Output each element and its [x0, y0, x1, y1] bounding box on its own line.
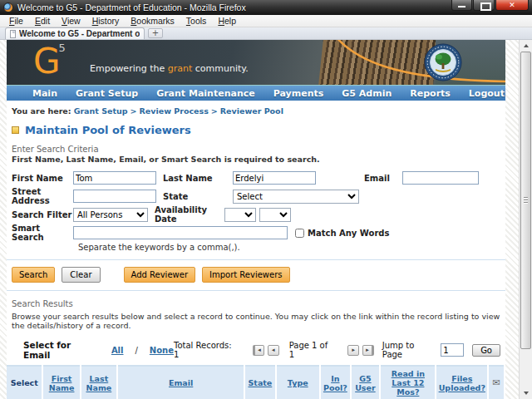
nav-payments[interactable]: Payments — [264, 88, 333, 99]
menu-bookmarks[interactable]: Bookmarks — [125, 15, 180, 27]
prev-page-button[interactable]: ◄ — [268, 345, 279, 356]
pagination-top: Total Records: 1 ◄ ◄ Page 1 of 1 ► ► Jum… — [174, 341, 500, 359]
g5-logo: G5 — [33, 42, 66, 81]
criteria-heading: Enter Search Criteria — [12, 145, 505, 154]
close-button[interactable] — [495, 0, 529, 11]
menu-tools[interactable]: Tools — [180, 15, 213, 27]
breadcrumb-separator: > — [128, 106, 140, 116]
firefox-icon — [3, 2, 13, 12]
minimize-button[interactable] — [451, 0, 472, 11]
street-address-label: Street Address — [7, 187, 73, 205]
street-address-input[interactable] — [73, 190, 156, 203]
col-email[interactable]: Email — [169, 378, 193, 387]
page-title: Maintain Pool of Reviewers — [25, 124, 191, 136]
tagline-post: community. — [192, 63, 248, 74]
maximize-button[interactable] — [473, 0, 495, 11]
last-name-label: Last Name — [163, 174, 233, 183]
breadcrumb-review-process[interactable]: Review Process — [140, 106, 209, 116]
scrollbar-down-icon[interactable] — [520, 387, 532, 398]
divider — [7, 259, 505, 260]
search-button[interactable]: Search — [12, 267, 55, 283]
go-button[interactable]: Go — [472, 344, 500, 357]
smart-search-input[interactable] — [73, 226, 288, 239]
banner-tagline: Empowering the grant community. — [90, 63, 249, 74]
col-type[interactable]: Type — [288, 378, 308, 387]
col-select: Select — [11, 378, 38, 387]
envelope-icon: ✉ — [492, 377, 500, 388]
col-state[interactable]: State — [249, 378, 273, 387]
page-icon — [10, 30, 16, 38]
import-reviewers-button[interactable]: Import Reviewers — [202, 267, 290, 283]
menu-history[interactable]: History — [86, 15, 126, 27]
main-navigation: Main Grant Setup Grant Maintenance Payme… — [7, 85, 505, 101]
col-in-pool[interactable]: In Pool? — [323, 374, 347, 392]
match-any-words-checkbox[interactable] — [295, 229, 304, 238]
col-first-name[interactable]: First Name — [49, 374, 75, 392]
jump-to-page-label: Jump to Page — [382, 341, 436, 359]
select-none-link[interactable]: None — [150, 346, 174, 355]
results-heading: Search Results — [12, 299, 505, 308]
tab-bar: Welcome to G5 - Department of Edu... + — [0, 27, 532, 40]
scrollbar-thumb[interactable] — [520, 52, 531, 349]
menu-view[interactable]: View — [56, 15, 86, 27]
col-g5-user[interactable]: G5 User — [355, 374, 376, 392]
menu-bar: File Edit View History Bookmarks Tools H… — [0, 15, 532, 27]
vertical-scrollbar[interactable] — [519, 40, 532, 399]
menu-file[interactable]: File — [3, 15, 29, 27]
g5-banner: G5 Empowering the grant community. — [7, 40, 505, 85]
scrollbar-up-icon[interactable] — [520, 41, 532, 52]
tab-title: Welcome to G5 - Department of Edu... — [19, 29, 140, 38]
nav-grant-setup[interactable]: Grant Setup — [66, 88, 147, 99]
nav-grant-maintenance[interactable]: Grant Maintenance — [147, 88, 264, 99]
col-last-name[interactable]: Last Name — [86, 374, 112, 392]
page-indicator: Page 1 of 1 — [289, 341, 335, 359]
page-background: G5 Empowering the grant community. Mai — [0, 40, 519, 399]
smart-search-hint: Separate the keywords by a comma(,). — [78, 243, 505, 252]
tagline-pre: Empowering the — [90, 63, 168, 74]
window-titlebar[interactable]: Welcome to G5 - Department of Education … — [0, 0, 532, 15]
menu-edit[interactable]: Edit — [29, 15, 56, 27]
availability-month-select[interactable] — [224, 208, 256, 222]
first-name-label: First Name — [7, 174, 73, 183]
email-label: Email — [364, 174, 402, 183]
jump-to-page-input[interactable] — [441, 343, 464, 357]
select-all-link[interactable]: All — [111, 346, 124, 355]
tagline-accent: grant — [168, 63, 193, 74]
new-tab-button[interactable]: + — [148, 28, 163, 38]
nav-reports[interactable]: Reports — [401, 88, 460, 99]
select-for-email-label: Select for Email — [23, 340, 100, 360]
last-page-button[interactable]: ► — [362, 345, 374, 356]
add-reviewer-button[interactable]: Add Reviewer — [124, 267, 195, 283]
breadcrumb: You are here: Grant Setup>Review Process… — [7, 101, 505, 116]
total-records-label: Total Records: 1 — [174, 341, 238, 359]
tab-welcome-g5[interactable]: Welcome to G5 - Department of Edu... — [5, 27, 145, 39]
g5-logo-g: G — [33, 41, 61, 81]
search-filter-select[interactable]: All Persons — [73, 208, 148, 222]
col-files-uploaded[interactable]: Files Uploaded? — [439, 374, 485, 392]
next-page-button[interactable]: ► — [347, 345, 359, 356]
match-any-words-label: Match Any Words — [308, 229, 389, 238]
clear-button[interactable]: Clear — [62, 267, 100, 283]
breadcrumb-separator: > — [209, 106, 220, 116]
email-input[interactable] — [402, 171, 479, 185]
smart-search-label: Smart Search — [7, 224, 73, 242]
nav-main[interactable]: Main — [23, 88, 66, 99]
availability-day-select[interactable] — [259, 208, 291, 222]
nav-logout[interactable]: Logout — [460, 88, 514, 99]
availability-date-label: Availability Date — [155, 205, 224, 224]
g5-logo-5: 5 — [59, 42, 66, 54]
first-name-input[interactable] — [73, 171, 156, 185]
window-title: Welcome to G5 - Department of Education … — [17, 2, 246, 12]
menu-help[interactable]: Help — [212, 15, 242, 27]
breadcrumb-grant-setup[interactable]: Grant Setup — [74, 106, 128, 116]
department-of-education-seal-icon — [424, 43, 462, 81]
title-bullet-icon — [12, 126, 19, 134]
state-select[interactable]: Select — [233, 190, 359, 204]
breadcrumb-reviewer-pool[interactable]: Reviewer Pool — [220, 106, 283, 116]
nav-g5-admin[interactable]: G5 Admin — [332, 88, 401, 99]
col-read-12mos[interactable]: Read in Last 12 Mos? — [392, 369, 425, 397]
last-name-input[interactable] — [233, 171, 316, 185]
search-filter-label: Search Filter — [7, 210, 73, 219]
divider — [7, 290, 505, 291]
first-page-button[interactable]: ◄ — [253, 345, 264, 356]
